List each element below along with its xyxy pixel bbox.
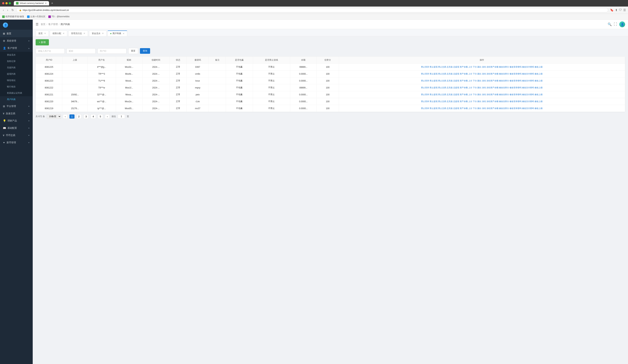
search-icon-button[interactable]: 🔍 [608,22,612,26]
tab-admin-log[interactable]: 管理员日志 ✕ [68,30,88,36]
action-link-总提现[interactable]: 总提现 [453,93,459,96]
action-link-修改支付密码[interactable]: 修改支付密码 [522,73,534,75]
tab-userlist-close[interactable]: ✕ [123,32,124,35]
action-link-禁止提现[interactable]: 禁止提现 [430,73,438,75]
action-link-踢出[interactable]: 踢出 [477,73,481,75]
sidebar-item-system[interactable]: ⚙ 系统管理 ▼ [0,37,33,45]
action-link-资产余额[interactable]: 资产余额 [460,93,468,96]
action-link-修改登录密码[interactable]: 修改登录密码 [510,66,522,68]
action-link-禁止交易[interactable]: 禁止交易 [438,100,446,103]
page-4-button[interactable]: 4 [90,114,96,119]
action-link-总充值[interactable]: 总充值 [447,79,453,82]
sidebar-item-quick-trade[interactable]: ¥ 急速交易 ▼ [0,110,33,117]
action-link-修改支付密码[interactable]: 修改支付密码 [522,66,534,68]
action-link-修改上级[interactable]: 修改上级 [535,66,543,68]
sidebar-sub-item-kyc[interactable]: 初高级认证列表 [0,90,33,96]
tab-userlist[interactable]: 用户列表 ✕ [108,30,127,36]
action-link-上分[interactable]: 上分 [468,73,472,75]
action-link-修改信誉分[interactable]: 修改信誉分 [499,79,509,82]
tab-home[interactable]: 首页 ✕ [36,30,49,36]
page-2-button[interactable]: 2 [76,114,81,119]
action-link-下分[interactable]: 下分 [473,93,477,96]
sidebar-item-home[interactable]: ⊞ 首页 [0,30,33,37]
action-link-踢出[interactable]: 踢出 [477,66,481,68]
action-link-修改信誉分[interactable]: 修改信誉分 [499,86,509,89]
action-link-上分[interactable]: 上分 [468,100,472,103]
action-link-下分[interactable]: 下分 [473,79,477,82]
action-link-禁止交易[interactable]: 禁止交易 [438,66,446,68]
action-link-禁止提现[interactable]: 禁止提现 [430,100,438,103]
action-link-修改登录密码[interactable]: 修改登录密码 [510,93,522,96]
action-link-修改信誉分[interactable]: 修改信誉分 [499,107,509,110]
action-link-修改上级[interactable]: 修改上级 [535,79,543,82]
action-link-冻结[interactable]: 冻结 [482,100,486,103]
goto-page-input[interactable] [118,114,125,119]
action-link-禁止提现[interactable]: 禁止提现 [430,66,438,68]
action-link-修改登录密码[interactable]: 修改登录密码 [510,107,522,110]
action-link-修改登录密码[interactable]: 修改登录密码 [510,86,522,89]
tab-permission[interactable]: 权限分配 ✕ [50,30,67,36]
action-link-冻结[interactable]: 冻结 [482,86,486,89]
action-link-禁止提现[interactable]: 禁止提现 [430,107,438,110]
action-link-修改支付密码[interactable]: 修改支付密码 [522,86,534,89]
action-link-下分[interactable]: 下分 [473,107,477,110]
new-tab-button[interactable]: + [51,1,53,5]
action-link-修改支付密码[interactable]: 修改支付密码 [522,79,534,82]
action-link-冻结资产余额[interactable]: 冻结资产余额 [486,93,498,96]
action-link-资产余额[interactable]: 资产余额 [460,73,468,75]
action-link-禁止交易[interactable]: 禁止交易 [438,86,446,89]
action-link-冻结资产余额[interactable]: 冻结资产余额 [486,73,498,75]
reset-button[interactable]: 重置 [128,48,138,54]
action-link-总提现[interactable]: 总提现 [453,73,459,75]
action-link-冻结[interactable]: 冻结 [482,66,486,68]
tab-funds-close[interactable]: ✕ [102,32,104,35]
action-link-禁止交易[interactable]: 禁止交易 [438,73,446,75]
action-link-禁止提现[interactable]: 禁止提现 [430,86,438,89]
action-link-冻结资产余额[interactable]: 冻结资产余额 [486,79,498,82]
action-link-总提现[interactable]: 总提现 [453,100,459,103]
action-link-禁止登录[interactable]: 禁止登录 [421,73,429,75]
action-link-冻结[interactable]: 冻结 [482,79,486,82]
userid-search-input[interactable] [97,48,127,54]
action-link-修改信誉分[interactable]: 修改信誉分 [499,66,509,68]
shield-icon[interactable]: 🛡 [619,8,622,12]
action-link-总提现[interactable]: 总提现 [453,79,459,82]
action-link-下分[interactable]: 下分 [473,73,477,75]
action-link-修改支付密码[interactable]: 修改支付密码 [522,93,534,96]
action-link-修改登录密码[interactable]: 修改登录密码 [510,73,522,75]
user-avatar[interactable]: 👤 [619,21,625,27]
nickname-search-input[interactable] [67,48,96,54]
breadcrumb-home[interactable]: 首页 [41,23,45,26]
action-link-修改支付密码[interactable]: 修改支付密码 [522,107,534,110]
action-link-总充值[interactable]: 总充值 [447,66,453,68]
action-link-冻结[interactable]: 冻结 [482,107,486,110]
action-link-总充值[interactable]: 总充值 [447,73,453,75]
action-link-冻结资产余额[interactable]: 冻结资产余额 [486,107,498,110]
action-link-禁止交易[interactable]: 禁止交易 [438,107,446,110]
bookmark-item-3[interactable]: TG：@tianmeibbs [48,15,70,18]
action-link-禁止登录[interactable]: 禁止登录 [421,66,429,68]
hamburger-menu-button[interactable]: ☰ [36,22,39,26]
sidebar-item-customer[interactable]: 👤 客户管理 ▲ [0,45,33,52]
action-link-禁止提现[interactable]: 禁止提现 [430,79,438,82]
action-link-上分[interactable]: 上分 [468,107,472,110]
action-link-资产余额[interactable]: 资产余额 [460,107,468,110]
action-link-修改信誉分[interactable]: 修改信誉分 [499,73,509,75]
menu-button[interactable]: ☰ [623,8,626,12]
sidebar-item-new-coin[interactable]: ✦ 新币管理 ▼ [0,139,33,146]
sidebar-sub-item-funds[interactable]: 资金流水 [0,52,33,58]
sidebar-sub-item-withdrawal[interactable]: 提现列表 [0,71,33,77]
sidebar-item-base-config[interactable]: 📖 基础配置 ▼ [0,124,33,132]
action-link-禁止交易[interactable]: 禁止交易 [438,79,446,82]
back-button[interactable]: ‹ [2,8,4,12]
current-page-button[interactable]: 1 [70,114,74,119]
per-page-select[interactable]: 10条/页 [47,114,61,119]
action-link-下分[interactable]: 下分 [473,86,477,89]
tab-close-button[interactable]: ✕ [45,2,47,5]
action-link-踢出[interactable]: 踢出 [477,86,481,89]
tab-home-close[interactable]: ✕ [44,32,46,35]
action-link-修改上级[interactable]: 修改上级 [535,73,543,75]
page-5-button[interactable]: 5 [98,114,103,119]
next-page-button[interactable]: › [105,114,110,119]
share-button[interactable]: ⬆ [615,8,618,12]
